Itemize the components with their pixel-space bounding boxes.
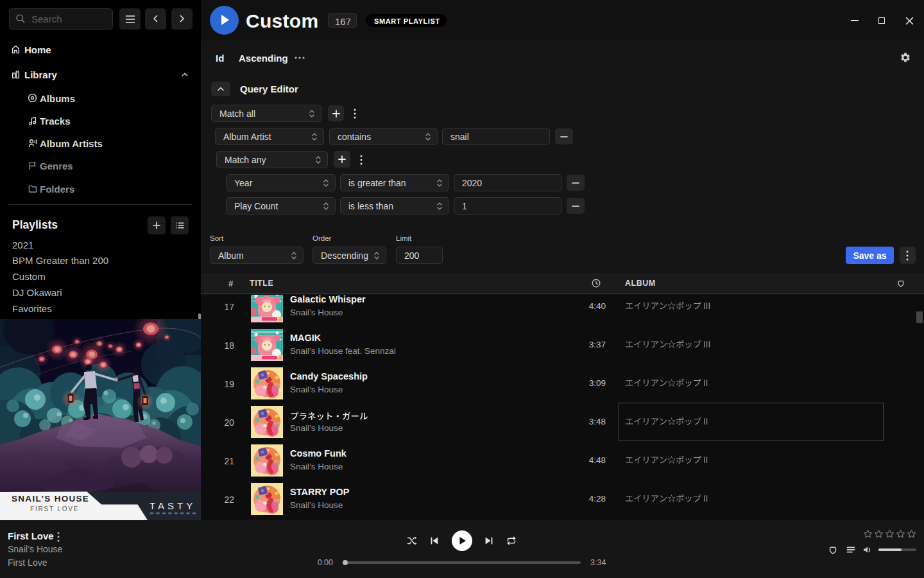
svg-text:TASTY: TASTY bbox=[150, 500, 196, 511]
svg-text:FIRST LOVE: FIRST LOVE bbox=[30, 505, 79, 512]
svg-text:SNAIL’S HOUSE: SNAIL’S HOUSE bbox=[12, 494, 89, 504]
